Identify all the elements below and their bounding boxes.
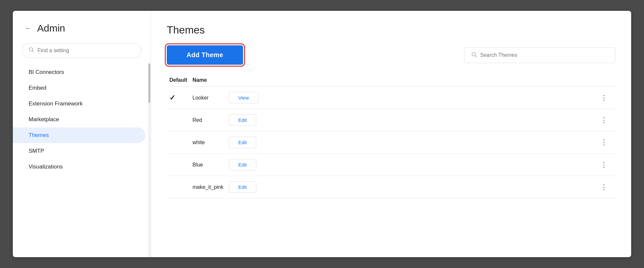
table-cell-spacer <box>264 87 598 109</box>
sidebar-scrollbar-track <box>148 63 151 257</box>
col-header-menu <box>598 74 615 87</box>
back-button[interactable]: ← <box>25 24 32 33</box>
table-cell-more[interactable]: ⋮ <box>598 176 615 198</box>
default-checkmark: ✓ <box>169 94 175 102</box>
table-row: ✓LookerView⋮ <box>167 87 615 109</box>
setting-search-input[interactable] <box>37 48 135 54</box>
table-cell-action[interactable]: Edit <box>229 131 264 154</box>
table-header-row: Default Name <box>167 74 615 87</box>
sidebar-nav: BI Connectors Embed Extension Framework … <box>13 64 151 257</box>
table-cell-default <box>167 154 192 176</box>
toolbar: Add Theme <box>167 45 615 65</box>
page-title: Themes <box>167 24 615 36</box>
table-cell-more[interactable]: ⋮ <box>598 109 615 131</box>
themes-table: Default Name ✓LookerView⋮RedEdit⋮whiteEd… <box>167 74 615 198</box>
view-button[interactable]: View <box>229 92 259 103</box>
themes-search-icon <box>471 52 477 59</box>
sidebar-header: ← Admin <box>13 23 151 43</box>
svg-line-1 <box>32 51 34 52</box>
table-cell-spacer <box>264 109 598 131</box>
add-theme-button[interactable]: Add Theme <box>167 45 243 65</box>
table-cell-spacer <box>264 176 598 198</box>
table-row: RedEdit⋮ <box>167 109 615 131</box>
table-cell-more[interactable]: ⋮ <box>598 87 615 109</box>
table-cell-name: Red <box>192 109 229 131</box>
more-menu-button[interactable]: ⋮ <box>598 182 610 192</box>
more-menu-button[interactable]: ⋮ <box>598 138 610 147</box>
sidebar-item-marketplace[interactable]: Marketplace <box>13 112 145 127</box>
sidebar-item-embed[interactable]: Embed <box>13 80 145 96</box>
table-cell-default <box>167 109 192 131</box>
edit-button[interactable]: Edit <box>229 159 257 170</box>
table-cell-action[interactable]: Edit <box>229 154 264 176</box>
app-window: ← Admin BI Connectors Embed Extension Fr… <box>13 11 631 257</box>
col-header-spacer <box>264 74 598 87</box>
table-cell-action[interactable]: View <box>229 87 264 109</box>
main-content: Themes Add Theme Default Name <box>151 11 631 257</box>
col-header-name: Name <box>192 74 229 87</box>
col-header-action <box>229 74 264 87</box>
setting-search-box[interactable] <box>22 43 141 58</box>
table-cell-action[interactable]: Edit <box>229 176 264 198</box>
more-menu-button[interactable]: ⋮ <box>598 93 610 103</box>
edit-button[interactable]: Edit <box>229 114 257 126</box>
table-cell-name: Looker <box>192 87 229 109</box>
sidebar-scrollbar-thumb[interactable] <box>148 63 150 103</box>
table-cell-default <box>167 131 192 154</box>
edit-button[interactable]: Edit <box>229 137 257 148</box>
table-cell-default <box>167 176 192 198</box>
table-cell-spacer <box>264 154 598 176</box>
sidebar-item-extension-framework[interactable]: Extension Framework <box>13 96 145 112</box>
sidebar: ← Admin BI Connectors Embed Extension Fr… <box>13 11 151 257</box>
table-row: make_it_pinkEdit⋮ <box>167 176 615 198</box>
sidebar-item-themes[interactable]: Themes <box>13 127 145 143</box>
edit-button[interactable]: Edit <box>229 181 257 193</box>
table-cell-action[interactable]: Edit <box>229 109 264 131</box>
more-menu-button[interactable]: ⋮ <box>598 115 610 125</box>
sidebar-item-bi-connectors[interactable]: BI Connectors <box>13 64 145 80</box>
themes-search-box[interactable] <box>464 47 615 63</box>
table-cell-spacer <box>264 131 598 154</box>
col-header-default: Default <box>167 74 192 87</box>
sidebar-title: Admin <box>37 23 65 34</box>
more-menu-button[interactable]: ⋮ <box>598 160 610 170</box>
themes-search-input[interactable] <box>480 52 608 58</box>
table-row: whiteEdit⋮ <box>167 131 615 154</box>
table-row: BlueEdit⋮ <box>167 154 615 176</box>
search-icon <box>28 47 34 54</box>
sidebar-item-smtp[interactable]: SMTP <box>13 143 145 159</box>
table-cell-name: make_it_pink <box>192 176 229 198</box>
table-cell-name: Blue <box>192 154 229 176</box>
sidebar-item-visualizations[interactable]: Visualizations <box>13 159 145 175</box>
svg-line-3 <box>475 56 476 57</box>
table-cell-default: ✓ <box>167 87 192 109</box>
table-cell-more[interactable]: ⋮ <box>598 131 615 154</box>
table-cell-more[interactable]: ⋮ <box>598 154 615 176</box>
table-cell-name: white <box>192 131 229 154</box>
